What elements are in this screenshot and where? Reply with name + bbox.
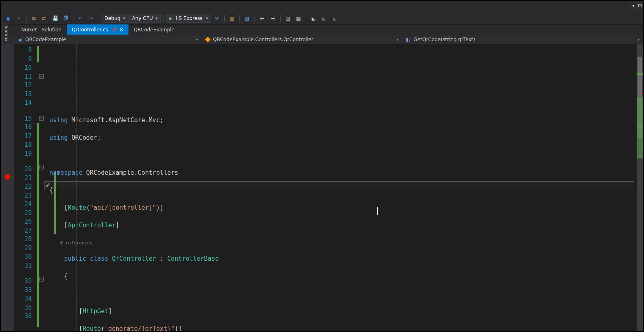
platform-dropdown[interactable]: Any CPU▼	[129, 14, 161, 23]
code-area[interactable]: using Microsoft.AspNetCore.Mvc; using QR…	[44, 44, 637, 331]
outdent-icon[interactable]: ⇥	[268, 14, 278, 23]
tab-qrcodeexample[interactable]: QRCodeExample	[129, 24, 180, 35]
code-navbar: ▣ QRCodeExample▾ 🔶 QRCodeExample.Control…	[1, 35, 643, 44]
vertical-scrollbar[interactable]	[637, 44, 643, 331]
undo-icon[interactable]: ↶	[76, 14, 86, 23]
breakpoint-icon[interactable]	[4, 174, 10, 180]
breakpoint-column[interactable]	[1, 44, 14, 331]
bookmark-icon[interactable]: ◣	[309, 14, 319, 23]
bm-next-icon[interactable]: ◣	[330, 14, 340, 23]
fold-column[interactable]: − − − −	[39, 44, 44, 331]
fold-icon[interactable]: −	[39, 165, 44, 169]
dropdown-icon[interactable]: ▾	[630, 1, 637, 11]
refresh-icon[interactable]: ⟳	[212, 14, 222, 23]
titlebar	[1, 1, 643, 12]
close-icon[interactable]: ✕	[120, 27, 124, 33]
misc-icon[interactable]: ▧	[242, 14, 252, 23]
code-editor[interactable]: 8 9 10 11 12 13 14 15 16 17 18 19 20 21 …	[1, 44, 643, 331]
uncomment-icon[interactable]: ▥	[294, 14, 303, 23]
open-icon[interactable]: 🗀	[40, 14, 49, 23]
pin-icon[interactable]: 📌	[111, 27, 116, 32]
method-icon: ◧	[405, 37, 411, 42]
split-icon[interactable]: ⊞	[637, 1, 643, 11]
class-icon: 🔶	[205, 37, 210, 42]
save-icon[interactable]: 💾	[50, 14, 60, 23]
fold-icon[interactable]: −	[39, 277, 44, 281]
csharp-icon: ▣	[17, 37, 23, 42]
document-tabs: NuGet - Solution QrController.cs📌✕ QRCod…	[1, 24, 643, 35]
browser-icon[interactable]: ▦	[227, 14, 237, 23]
indent-icon[interactable]: ⇤	[257, 14, 267, 23]
toolbox-panel[interactable]: Toolbox	[2, 22, 10, 44]
comment-icon[interactable]: ▤	[283, 14, 293, 23]
redo-icon[interactable]: ↷	[86, 14, 96, 23]
nav-project[interactable]: ▣ QRCodeExample▾	[1, 35, 201, 44]
new-icon[interactable]: ⧉	[29, 14, 39, 23]
save-all-icon[interactable]: 🗐	[61, 14, 71, 23]
main-toolbar: ◉ ▾ ⧉ 🗀 💾 🗐 ↶ ↷ Debug▼ Any CPU▼ ▶IIS Exp…	[1, 12, 643, 24]
play-icon: ▶	[169, 15, 173, 21]
fwd-icon[interactable]: ▾	[14, 14, 24, 23]
fold-icon[interactable]: −	[39, 116, 44, 121]
line-numbers: 8 9 10 11 12 13 14 15 16 17 18 19 20 21 …	[14, 44, 37, 331]
tab-nuget[interactable]: NuGet - Solution	[16, 24, 67, 35]
run-button[interactable]: ▶IIS Express▼	[166, 14, 211, 23]
back-icon[interactable]: ◉	[3, 14, 13, 23]
fold-icon[interactable]: −	[39, 74, 44, 79]
config-dropdown[interactable]: Debug▼	[102, 14, 128, 23]
bm-prev-icon[interactable]: ◣	[319, 14, 329, 23]
chevron-down-icon: ▼	[155, 17, 158, 20]
chevron-down-icon: ▼	[123, 17, 125, 20]
nav-method[interactable]: ◧ GetQrCode(string qrText)▾	[402, 35, 643, 44]
tab-qrcontroller[interactable]: QrController.cs📌✕	[67, 24, 129, 35]
nav-class[interactable]: 🔶 QRCodeExample.Controllers.QrController…	[201, 35, 402, 44]
